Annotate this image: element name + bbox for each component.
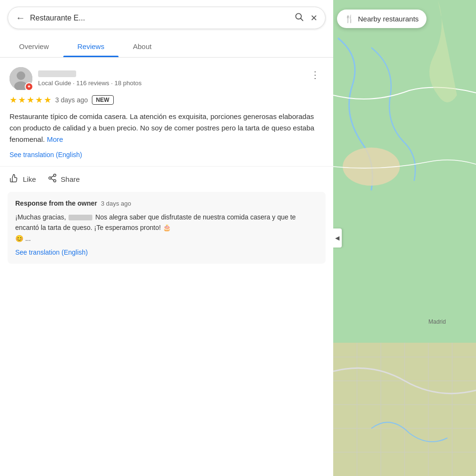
reviewer-name-blurred <box>38 70 76 77</box>
collapse-map-button[interactable]: ◀ <box>333 228 342 248</box>
tab-overview[interactable]: Overview <box>5 36 63 57</box>
review-text: Restaurante típico de comida casera. La … <box>10 111 324 145</box>
more-link[interactable]: More <box>47 135 63 143</box>
back-button[interactable]: ← <box>16 12 25 23</box>
tabs: Overview Reviews About <box>0 36 333 58</box>
svg-text:Madrid: Madrid <box>428 318 446 325</box>
owner-response: Response from the owner 3 days ago ¡Much… <box>8 192 326 264</box>
blurred-name <box>69 215 92 220</box>
stars-row: ★ ★ ★ ★ ★ 3 days ago NEW <box>10 95 324 105</box>
star-2: ★ <box>18 95 26 105</box>
svg-point-11 <box>343 148 400 186</box>
owner-response-header: Response from the owner 3 days ago <box>15 199 318 207</box>
tab-reviews[interactable]: Reviews <box>63 36 119 57</box>
search-bar-icons: ✕ <box>294 12 317 24</box>
owner-response-text: ¡Muchas gracias, Nos alegra saber que di… <box>15 212 318 244</box>
search-input[interactable] <box>30 14 289 22</box>
star-1: ★ <box>10 95 17 105</box>
share-button[interactable]: Share <box>48 173 80 185</box>
reviewer-meta: Local Guide · 116 reviews · 18 photos <box>38 79 142 87</box>
translation-link[interactable]: See translation (English) <box>10 151 324 159</box>
nearby-restaurants-button[interactable]: 🍴 Nearby restaurants <box>337 10 426 28</box>
search-icon[interactable] <box>294 12 304 24</box>
like-label: Like <box>23 175 36 183</box>
like-icon <box>10 173 19 185</box>
svg-line-1 <box>301 19 303 21</box>
owner-translation-link[interactable]: See translation (English) <box>15 248 318 256</box>
reviewer-header: ✦ Local Guide · 116 reviews · 18 photos … <box>10 67 324 90</box>
owner-response-title: Response from the owner <box>15 199 97 207</box>
svg-line-8 <box>51 178 54 180</box>
stars: ★ ★ ★ ★ ★ <box>10 95 51 105</box>
star-5: ★ <box>44 95 51 105</box>
reviews-content: ✦ Local Guide · 116 reviews · 18 photos … <box>0 58 333 476</box>
new-badge: NEW <box>92 95 114 105</box>
review-card: ✦ Local Guide · 116 reviews · 18 photos … <box>0 58 333 159</box>
close-icon[interactable]: ✕ <box>310 13 317 23</box>
search-bar: ← ✕ <box>8 7 326 29</box>
nearby-restaurants-label: Nearby restaurants <box>358 15 419 23</box>
more-options-button[interactable]: ⋮ <box>307 67 324 82</box>
svg-line-9 <box>51 176 54 177</box>
owner-response-date: 3 days ago <box>101 200 131 207</box>
reviewer-details: Local Guide · 116 reviews · 18 photos <box>38 70 142 87</box>
avatar-badge: ✦ <box>25 82 33 91</box>
action-row: Like Share <box>0 167 333 192</box>
avatar: ✦ <box>10 67 32 90</box>
reviewer-info: ✦ Local Guide · 116 reviews · 18 photos <box>10 67 142 90</box>
tab-about[interactable]: About <box>119 36 166 57</box>
review-date: 3 days ago <box>55 96 88 104</box>
star-4: ★ <box>35 95 43 105</box>
share-label: Share <box>61 175 80 183</box>
map-svg: Madrid <box>333 0 476 476</box>
left-panel: ← ✕ Overview Reviews About <box>0 0 333 476</box>
share-icon <box>48 173 57 185</box>
right-panel: Madrid 🍴 Nearby restaurants ◀ <box>333 0 476 476</box>
restaurants-icon: 🍴 <box>345 14 354 23</box>
like-button[interactable]: Like <box>10 173 36 185</box>
svg-point-3 <box>17 71 25 80</box>
star-3: ★ <box>27 95 34 105</box>
